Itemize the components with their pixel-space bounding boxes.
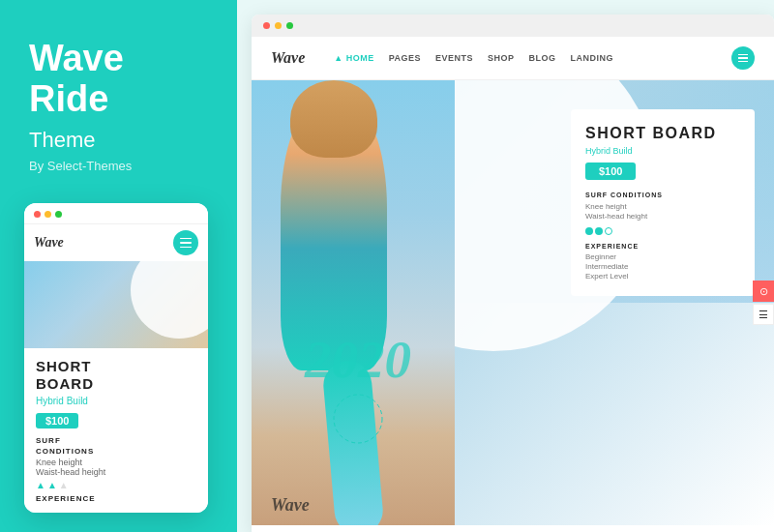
conditions-left: Knee height Waist-head height: [585, 202, 740, 222]
mobile-nav: Wave: [24, 224, 208, 261]
right-edge-icons: ⊙ ☰: [753, 281, 774, 325]
brand-title: Wave Ride: [29, 39, 208, 120]
dot-green: [55, 211, 62, 218]
dot-outline-1: [605, 227, 612, 235]
wave-icon-3: ▲: [59, 480, 69, 490]
site-nav: Wave ▲ HOME PAGES EVENTS SHOP BLOG LANDI…: [252, 37, 774, 80]
dot-filled-1: [585, 227, 593, 235]
exp-expert: Expert Level: [585, 272, 740, 281]
browser-topbar: [252, 15, 774, 37]
nav-landing[interactable]: LANDING: [571, 53, 614, 63]
mobile-hero-circle: [131, 261, 208, 339]
bottom-logo-watermark: Wave: [271, 495, 310, 516]
product-price-badge: $100: [585, 163, 636, 180]
mobile-preview-card: Wave SHORT BOARD Hybrid Build $100 SURF …: [24, 203, 208, 513]
nav-pages[interactable]: PAGES: [389, 53, 421, 63]
nav-blog[interactable]: BLOG: [529, 53, 556, 63]
condition-waist: Waist-head height: [585, 212, 740, 221]
mobile-conditions-surf: SURF: [36, 436, 196, 445]
nav-items: ▲ HOME PAGES EVENTS SHOP BLOG LANDING: [334, 53, 613, 63]
nav-events[interactable]: EVENTS: [435, 53, 473, 63]
brand-by: By Select-Themes: [29, 159, 208, 173]
dot-filled-2: [595, 227, 603, 235]
product-conditions: Knee height Waist-head height: [585, 202, 740, 222]
mobile-hero-image: [24, 261, 208, 348]
surfer-area: [252, 80, 455, 525]
browser-content: Wave ▲ HOME PAGES EVENTS SHOP BLOG LANDI…: [252, 37, 774, 525]
exp-beginner: Beginner: [585, 252, 740, 261]
mobile-wave-icons: ▲ ▲ ▲: [36, 480, 196, 490]
mobile-topbar: [24, 203, 208, 224]
year-circle-decoration: [305, 390, 411, 448]
mobile-menu-icon: [173, 230, 198, 255]
surfer-hair: [290, 80, 377, 158]
wave-icon-1: ▲: [36, 480, 45, 490]
dot-yellow: [45, 211, 51, 218]
year-overlay: 2020: [305, 333, 411, 448]
mobile-conditions-title: CONDITIONS: [36, 447, 196, 456]
site-hero: 2020 SHORT BOARD Hybrid Build $100 SURF …: [252, 80, 774, 525]
brand-subtitle: Theme: [29, 128, 208, 153]
nav-shop[interactable]: SHOP: [488, 53, 515, 63]
right-panel: Wave ▲ HOME PAGES EVENTS SHOP BLOG LANDI…: [237, 0, 774, 532]
nav-menu-button[interactable]: [731, 46, 755, 70]
browser-dot-green: [286, 22, 293, 29]
mobile-logo: Wave: [34, 235, 64, 251]
exp-intermediate: Intermediate: [585, 262, 740, 271]
nav-home[interactable]: ▲ HOME: [334, 53, 373, 63]
edge-icon-list[interactable]: ☰: [753, 304, 774, 325]
wave-icon-2: ▲: [47, 480, 57, 490]
mobile-condition-1: Knee height: [36, 458, 196, 467]
mobile-price-badge: $100: [36, 413, 78, 429]
svg-point-0: [334, 395, 382, 443]
edge-icon-camera[interactable]: ⊙: [753, 281, 774, 302]
product-title: SHORT BOARD: [585, 124, 740, 142]
conditions-section-title: SURF CONDITIONS: [585, 192, 740, 198]
product-hybrid: Hybrid Build: [585, 146, 740, 156]
mobile-hybrid-label: Hybrid Build: [36, 396, 196, 406]
mobile-board-title: SHORT BOARD: [36, 358, 196, 393]
year-text: 2020: [305, 333, 411, 386]
left-panel: Wave Ride Theme By Select-Themes Wave SH…: [0, 0, 237, 532]
mobile-experience-title: EXPERIENCE: [36, 494, 196, 503]
product-info-panel: SHORT BOARD Hybrid Build $100 SURF CONDI…: [571, 109, 755, 296]
experience-section-title: EXPERIENCE: [585, 243, 740, 250]
site-logo: Wave: [271, 49, 305, 67]
year-circle-svg: [329, 390, 387, 448]
browser-dot-red: [263, 22, 270, 29]
dot-red: [34, 211, 41, 218]
mobile-content: SHORT BOARD Hybrid Build $100 SURF CONDI…: [24, 348, 208, 513]
browser-dot-yellow: [275, 22, 282, 29]
browser-mockup: Wave ▲ HOME PAGES EVENTS SHOP BLOG LANDI…: [252, 15, 774, 532]
mobile-condition-2: Waist-head height: [36, 467, 196, 477]
condition-knee: Knee height: [585, 202, 740, 211]
condition-dots-row: [585, 227, 740, 235]
